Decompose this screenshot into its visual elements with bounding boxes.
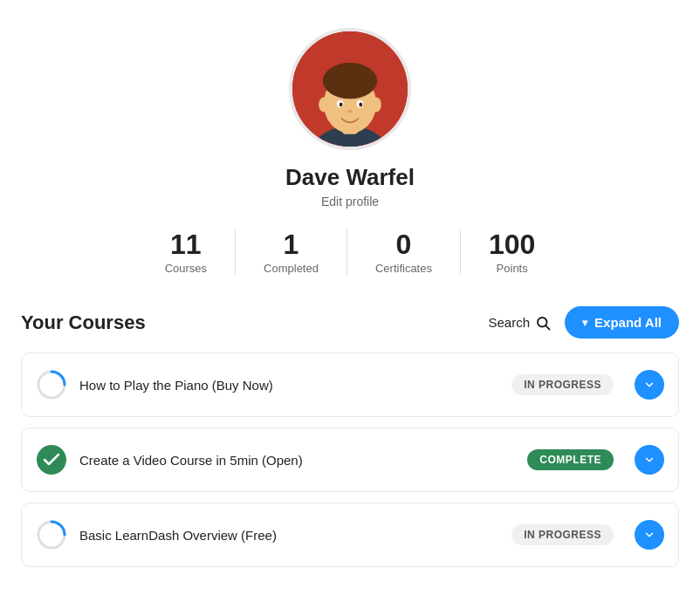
courses-title: Your Courses (21, 311, 146, 334)
stat-points-label: Points (497, 262, 528, 275)
course-dropdown-button-2[interactable] (635, 445, 664, 475)
svg-point-4 (323, 63, 377, 99)
course-card-2: Create a Video Course in 5min (Open) COM… (21, 428, 679, 492)
stat-points-value: 100 (489, 229, 535, 260)
svg-point-9 (347, 110, 353, 113)
svg-line-13 (546, 325, 549, 329)
svg-point-15 (37, 445, 66, 475)
stat-completed-value: 1 (284, 229, 299, 260)
search-button[interactable]: Search (489, 315, 552, 331)
course-name-2: Create a Video Course in 5min (Open) (79, 453, 515, 468)
chevron-down-icon (643, 454, 655, 466)
course-name-3: Basic LearnDash Overview (Free) (79, 528, 499, 543)
chevron-down-icon (643, 379, 655, 391)
svg-point-7 (340, 103, 343, 107)
in-progress-icon-3 (36, 519, 67, 551)
status-badge-3: IN PROGRESS (511, 524, 614, 545)
stat-certificates-label: Certificates (375, 262, 432, 275)
search-label: Search (489, 315, 531, 330)
stat-courses: 11 Courses (137, 229, 235, 275)
chevron-down-icon: ▾ (582, 317, 587, 329)
course-card-3: Basic LearnDash Overview (Free) IN PROGR… (21, 503, 679, 567)
course-dropdown-button-1[interactable] (635, 370, 664, 400)
stats-row: 11 Courses 1 Completed 0 Certificates 10… (137, 229, 564, 275)
stat-courses-value: 11 (170, 229, 202, 260)
expand-all-button[interactable]: ▾ Expand All (565, 306, 679, 339)
svg-point-11 (372, 97, 381, 112)
chevron-down-icon (643, 529, 655, 541)
stat-points: 100 Points (460, 229, 563, 275)
svg-point-8 (359, 103, 362, 107)
courses-header: Your Courses Search ▾ Expand All (21, 306, 679, 339)
stat-certificates: 0 Certificates (347, 229, 460, 275)
svg-point-10 (319, 97, 328, 112)
complete-icon (36, 444, 67, 475)
user-name: Dave Warfel (285, 164, 415, 191)
stat-completed-label: Completed (264, 262, 319, 275)
status-badge-2: COMPLETE (527, 449, 614, 470)
status-badge-1: IN PROGRESS (511, 374, 614, 395)
stat-certificates-value: 0 (396, 229, 412, 260)
course-name-1: How to Play the Piano (Buy Now) (79, 378, 499, 393)
expand-all-label: Expand All (594, 315, 662, 330)
stat-courses-label: Courses (165, 262, 207, 275)
edit-profile-link[interactable]: Edit profile (321, 195, 379, 209)
search-icon (535, 315, 551, 331)
header-actions: Search ▾ Expand All (489, 306, 680, 339)
course-card-1: How to Play the Piano (Buy Now) IN PROGR… (21, 352, 679, 417)
avatar (289, 28, 411, 150)
course-dropdown-button-3[interactable] (635, 520, 664, 550)
in-progress-icon (36, 369, 67, 400)
courses-section: Your Courses Search ▾ Expand All How to … (0, 299, 700, 599)
stat-completed: 1 Completed (235, 229, 347, 275)
avatar-image (292, 31, 408, 147)
profile-section: Dave Warfel Edit profile 11 Courses 1 Co… (0, 0, 700, 299)
